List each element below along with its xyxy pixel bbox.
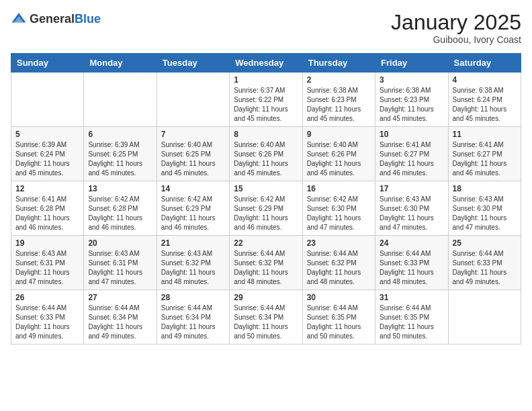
calendar-cell: 1Sunrise: 6:37 AM Sunset: 6:22 PM Daylig… [230, 73, 302, 127]
day-number: 31 [380, 293, 443, 302]
day-info: Sunrise: 6:44 AM Sunset: 6:35 PM Dayligh… [380, 304, 443, 341]
calendar-cell: 16Sunrise: 6:42 AM Sunset: 6:30 PM Dayli… [302, 181, 375, 236]
calendar-cell: 6Sunrise: 6:39 AM Sunset: 6:25 PM Daylig… [84, 127, 157, 181]
calendar-cell: 30Sunrise: 6:44 AM Sunset: 6:35 PM Dayli… [302, 290, 375, 345]
day-number: 28 [161, 293, 225, 302]
calendar-cell [11, 73, 84, 127]
calendar-cell: 17Sunrise: 6:43 AM Sunset: 6:30 PM Dayli… [375, 181, 448, 236]
day-number: 15 [234, 184, 298, 193]
calendar-cell: 24Sunrise: 6:44 AM Sunset: 6:33 PM Dayli… [375, 236, 448, 290]
day-number: 1 [234, 75, 298, 85]
day-number: 10 [380, 130, 443, 139]
day-info: Sunrise: 6:44 AM Sunset: 6:33 PM Dayligh… [15, 304, 79, 341]
calendar-cell: 4Sunrise: 6:38 AM Sunset: 6:24 PM Daylig… [448, 73, 521, 127]
calendar-cell: 13Sunrise: 6:42 AM Sunset: 6:28 PM Dayli… [84, 181, 157, 236]
calendar-header-saturday: Saturday [448, 54, 521, 73]
day-number: 30 [307, 293, 371, 302]
day-number: 22 [234, 238, 298, 248]
calendar-cell: 12Sunrise: 6:41 AM Sunset: 6:28 PM Dayli… [11, 181, 84, 236]
calendar-cell: 14Sunrise: 6:42 AM Sunset: 6:29 PM Dayli… [157, 181, 229, 236]
day-number: 7 [161, 130, 225, 139]
calendar-cell: 19Sunrise: 6:43 AM Sunset: 6:31 PM Dayli… [11, 236, 84, 290]
day-info: Sunrise: 6:40 AM Sunset: 6:25 PM Dayligh… [161, 140, 225, 178]
calendar-cell: 8Sunrise: 6:40 AM Sunset: 6:26 PM Daylig… [230, 127, 302, 181]
day-info: Sunrise: 6:44 AM Sunset: 6:35 PM Dayligh… [307, 304, 371, 341]
calendar-cell: 20Sunrise: 6:43 AM Sunset: 6:31 PM Dayli… [84, 236, 157, 290]
day-info: Sunrise: 6:38 AM Sunset: 6:23 PM Dayligh… [307, 86, 371, 124]
calendar-week-row: 5Sunrise: 6:39 AM Sunset: 6:24 PM Daylig… [11, 127, 521, 181]
day-info: Sunrise: 6:41 AM Sunset: 6:27 PM Dayligh… [380, 140, 443, 178]
title-block: January 2025 Guiboou, Ivory Coast [391, 11, 521, 45]
day-number: 27 [88, 293, 152, 302]
day-number: 16 [307, 184, 371, 193]
day-info: Sunrise: 6:44 AM Sunset: 6:33 PM Dayligh… [380, 249, 443, 287]
day-info: Sunrise: 6:38 AM Sunset: 6:24 PM Dayligh… [453, 86, 517, 124]
day-number: 20 [88, 238, 152, 248]
day-info: Sunrise: 6:42 AM Sunset: 6:29 PM Dayligh… [234, 195, 298, 232]
day-info: Sunrise: 6:37 AM Sunset: 6:22 PM Dayligh… [234, 86, 298, 124]
day-number: 19 [15, 238, 79, 248]
logo: GeneralBlue [11, 11, 101, 27]
calendar-week-row: 1Sunrise: 6:37 AM Sunset: 6:22 PM Daylig… [11, 73, 521, 127]
day-info: Sunrise: 6:40 AM Sunset: 6:26 PM Dayligh… [234, 140, 298, 178]
day-info: Sunrise: 6:39 AM Sunset: 6:24 PM Dayligh… [15, 140, 79, 178]
calendar-cell: 3Sunrise: 6:38 AM Sunset: 6:23 PM Daylig… [375, 73, 448, 127]
day-info: Sunrise: 6:41 AM Sunset: 6:27 PM Dayligh… [453, 140, 517, 178]
day-number: 25 [453, 238, 517, 248]
calendar-cell: 31Sunrise: 6:44 AM Sunset: 6:35 PM Dayli… [375, 290, 448, 345]
calendar-cell: 28Sunrise: 6:44 AM Sunset: 6:34 PM Dayli… [157, 290, 229, 345]
calendar-cell: 15Sunrise: 6:42 AM Sunset: 6:29 PM Dayli… [230, 181, 302, 236]
calendar-cell [448, 290, 521, 345]
day-number: 21 [161, 238, 225, 248]
day-info: Sunrise: 6:42 AM Sunset: 6:29 PM Dayligh… [161, 195, 225, 232]
logo-text-blue: Blue [75, 12, 101, 26]
calendar-cell: 29Sunrise: 6:44 AM Sunset: 6:34 PM Dayli… [230, 290, 302, 345]
calendar-cell: 18Sunrise: 6:43 AM Sunset: 6:30 PM Dayli… [448, 181, 521, 236]
calendar-cell: 22Sunrise: 6:44 AM Sunset: 6:32 PM Dayli… [230, 236, 302, 290]
day-number: 14 [161, 184, 225, 193]
day-info: Sunrise: 6:44 AM Sunset: 6:32 PM Dayligh… [234, 249, 298, 287]
calendar-week-row: 26Sunrise: 6:44 AM Sunset: 6:33 PM Dayli… [11, 290, 521, 345]
day-number: 8 [234, 130, 298, 139]
calendar-header-monday: Monday [84, 54, 157, 73]
day-number: 23 [307, 238, 371, 248]
day-info: Sunrise: 6:43 AM Sunset: 6:30 PM Dayligh… [380, 195, 443, 232]
calendar-cell: 11Sunrise: 6:41 AM Sunset: 6:27 PM Dayli… [448, 127, 521, 181]
logo-icon [11, 11, 27, 27]
day-info: Sunrise: 6:44 AM Sunset: 6:33 PM Dayligh… [453, 249, 517, 287]
day-number: 5 [15, 130, 79, 139]
page-header: GeneralBlue January 2025 Guiboou, Ivory … [11, 11, 521, 45]
calendar-cell: 5Sunrise: 6:39 AM Sunset: 6:24 PM Daylig… [11, 127, 84, 181]
day-number: 24 [380, 238, 443, 248]
day-info: Sunrise: 6:40 AM Sunset: 6:26 PM Dayligh… [307, 140, 371, 178]
day-number: 12 [15, 184, 79, 193]
calendar-cell: 21Sunrise: 6:43 AM Sunset: 6:32 PM Dayli… [157, 236, 229, 290]
day-number: 9 [307, 130, 371, 139]
day-info: Sunrise: 6:42 AM Sunset: 6:28 PM Dayligh… [88, 195, 152, 232]
day-info: Sunrise: 6:43 AM Sunset: 6:31 PM Dayligh… [15, 249, 79, 287]
day-number: 11 [453, 130, 517, 139]
calendar-cell: 26Sunrise: 6:44 AM Sunset: 6:33 PM Dayli… [11, 290, 84, 345]
day-info: Sunrise: 6:44 AM Sunset: 6:34 PM Dayligh… [161, 304, 225, 341]
day-number: 18 [453, 184, 517, 193]
logo-text-general: General [30, 12, 75, 26]
calendar-title: January 2025 [391, 11, 521, 34]
calendar-cell: 25Sunrise: 6:44 AM Sunset: 6:33 PM Dayli… [448, 236, 521, 290]
calendar-cell: 23Sunrise: 6:44 AM Sunset: 6:32 PM Dayli… [302, 236, 375, 290]
day-info: Sunrise: 6:43 AM Sunset: 6:32 PM Dayligh… [161, 249, 225, 287]
day-number: 4 [453, 75, 517, 85]
calendar-cell: 27Sunrise: 6:44 AM Sunset: 6:34 PM Dayli… [84, 290, 157, 345]
calendar-week-row: 19Sunrise: 6:43 AM Sunset: 6:31 PM Dayli… [11, 236, 521, 290]
calendar-cell: 10Sunrise: 6:41 AM Sunset: 6:27 PM Dayli… [375, 127, 448, 181]
calendar-cell: 7Sunrise: 6:40 AM Sunset: 6:25 PM Daylig… [157, 127, 229, 181]
day-info: Sunrise: 6:42 AM Sunset: 6:30 PM Dayligh… [307, 195, 371, 232]
day-number: 13 [88, 184, 152, 193]
calendar-header-row: SundayMondayTuesdayWednesdayThursdayFrid… [11, 54, 521, 73]
day-number: 3 [380, 75, 443, 85]
day-number: 26 [15, 293, 79, 302]
day-number: 17 [380, 184, 443, 193]
day-info: Sunrise: 6:44 AM Sunset: 6:34 PM Dayligh… [88, 304, 152, 341]
day-number: 29 [234, 293, 298, 302]
calendar-header-thursday: Thursday [302, 54, 375, 73]
day-info: Sunrise: 6:43 AM Sunset: 6:30 PM Dayligh… [453, 195, 517, 232]
